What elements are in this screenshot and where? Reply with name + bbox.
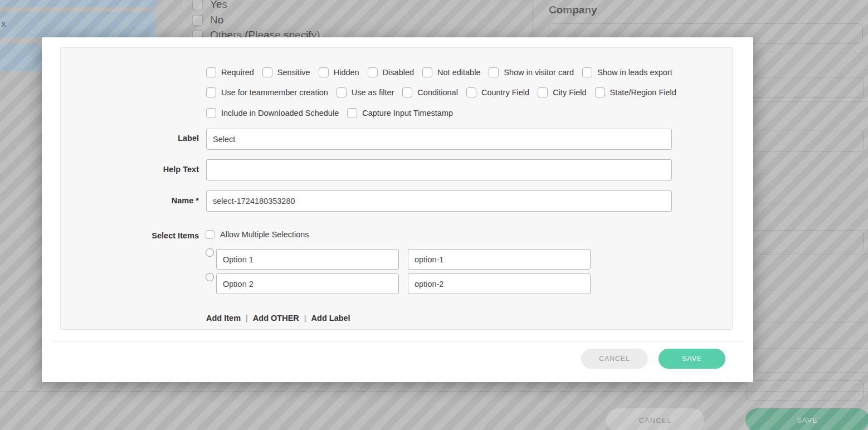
page-cancel-button: CANCEL (606, 408, 704, 430)
form-input (747, 230, 864, 252)
cancel-button[interactable]: CANCEL (581, 349, 648, 369)
label-field-label: Label (61, 134, 199, 143)
flag-row-2: Use for teammember creation Use as filte… (206, 87, 676, 97)
checkbox[interactable] (262, 67, 272, 77)
field-settings-panel: Required Sensitive Hidden Disabled Not e… (60, 47, 733, 330)
item-actions: Add Item | Add OTHER | Add Label (206, 314, 350, 322)
modal-footer-divider (52, 341, 743, 341)
field-list-item-selected: x (0, 12, 156, 37)
checkbox[interactable] (489, 67, 499, 77)
section-separator (753, 322, 868, 322)
remove-field-label: x (1, 18, 6, 30)
flag-required[interactable]: Required (206, 67, 254, 77)
label-input[interactable] (206, 129, 672, 150)
flag-country-field[interactable]: Country Field (466, 87, 529, 97)
field-settings-modal: Required Sensitive Hidden Disabled Not e… (42, 37, 753, 382)
add-item-link[interactable]: Add Item (206, 314, 241, 322)
allow-multiple-selections-checkbox[interactable]: Allow Multiple Selections (206, 230, 309, 239)
option-1-radio[interactable] (206, 248, 214, 257)
flag-use-as-filter[interactable]: Use as filter (337, 87, 394, 97)
option-label: Yes (210, 0, 227, 11)
flag-row-1: Required Sensitive Hidden Disabled Not e… (206, 67, 672, 77)
flag-capture-input-timestamp[interactable]: Capture Input Timestamp (347, 108, 453, 118)
checkbox[interactable] (422, 67, 432, 77)
checkbox[interactable] (582, 67, 592, 77)
flag-sensitive[interactable]: Sensitive (262, 67, 310, 77)
section-separator (753, 254, 868, 255)
section-separator (753, 174, 868, 174)
checkbox[interactable] (206, 87, 216, 97)
option-label: No (210, 14, 223, 26)
checkbox (192, 15, 203, 26)
form-input (747, 380, 864, 400)
add-label-link[interactable]: Add Label (311, 314, 350, 322)
option-2-radio[interactable] (206, 273, 214, 281)
save-button[interactable]: SAVE (659, 349, 725, 369)
screen: x Yes No Others (Please specify) Company (0, 0, 868, 430)
add-other-link[interactable]: Add OTHER (253, 314, 299, 322)
checkbox[interactable] (206, 67, 216, 77)
help-text-field-label: Help Text (61, 165, 199, 174)
checkbox[interactable] (595, 87, 605, 97)
checkbox[interactable] (319, 67, 329, 77)
flag-row-3: Include in Downloaded Schedule Capture I… (206, 108, 453, 118)
flag-city-field[interactable]: City Field (538, 87, 586, 97)
option-2-label-input[interactable] (216, 273, 399, 294)
section-separator (753, 348, 868, 349)
option-1-label-input[interactable] (216, 249, 399, 270)
form-input (747, 77, 864, 98)
form-input (747, 130, 864, 152)
separator: | (304, 314, 306, 322)
name-input[interactable] (206, 190, 672, 212)
page-save-button: SAVE (745, 408, 868, 430)
checkbox[interactable] (337, 87, 347, 97)
section-separator (753, 204, 868, 204)
option-1-value-input[interactable] (408, 249, 591, 270)
section-separator (753, 101, 868, 102)
section-separator (753, 290, 868, 290)
flag-show-in-leads-export[interactable]: Show in leads export (582, 67, 672, 77)
footer-separator (0, 391, 868, 392)
section-separator (753, 372, 868, 373)
flag-use-for-teammember-creation[interactable]: Use for teammember creation (206, 87, 328, 97)
field-list-item (0, 0, 156, 7)
company-field-label: Company (549, 4, 597, 16)
checkbox[interactable] (402, 87, 412, 97)
flag-hidden[interactable]: Hidden (319, 67, 359, 77)
checkbox[interactable] (206, 230, 214, 239)
option-row-no: No (192, 14, 223, 26)
checkbox[interactable] (538, 87, 548, 97)
checkbox[interactable] (368, 67, 378, 77)
flag-not-editable[interactable]: Not editable (422, 67, 480, 77)
checkbox (192, 0, 203, 10)
flag-show-in-visitor-card[interactable]: Show in visitor card (489, 67, 574, 77)
help-text-input[interactable] (206, 159, 672, 180)
name-field-label: Name * (61, 196, 199, 205)
option-2-value-input[interactable] (408, 273, 591, 294)
checkbox[interactable] (466, 87, 476, 97)
checkbox[interactable] (206, 108, 216, 118)
flag-disabled[interactable]: Disabled (368, 67, 414, 77)
select-items-label: Select Items (61, 231, 199, 240)
flag-include-in-downloaded-schedule[interactable]: Include in Downloaded Schedule (206, 108, 339, 118)
flag-state-region-field[interactable]: State/Region Field (595, 87, 676, 97)
separator: | (246, 314, 248, 322)
checkbox[interactable] (347, 108, 357, 118)
flag-conditional[interactable]: Conditional (402, 87, 458, 97)
option-row-yes: Yes (192, 0, 227, 11)
